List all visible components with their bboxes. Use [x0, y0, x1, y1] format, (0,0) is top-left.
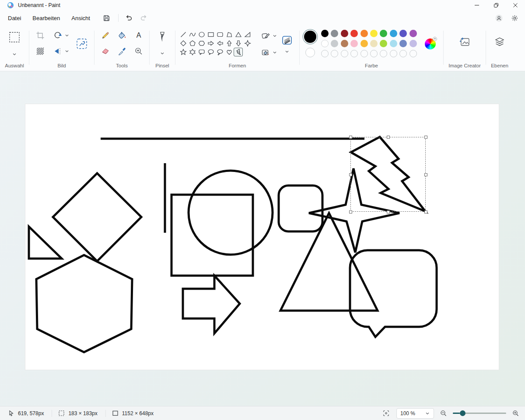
star-six-shape-icon[interactable]: [188, 48, 197, 56]
rounded-rectangle-shape-icon[interactable]: [215, 30, 224, 39]
shape-outline-chevron-icon[interactable]: [272, 33, 277, 38]
magnifier-tool-icon[interactable]: [134, 46, 144, 56]
palette-empty-slot[interactable]: [360, 50, 368, 57]
shape-outline-icon[interactable]: [261, 31, 270, 41]
fill-tool-icon[interactable]: [117, 31, 127, 40]
rotate-icon[interactable]: [53, 31, 63, 40]
palette-color[interactable]: [380, 30, 387, 37]
pentagon-shape-icon[interactable]: [188, 39, 197, 48]
palette-color[interactable]: [390, 30, 397, 37]
arrow-up-shape-icon[interactable]: [224, 39, 234, 48]
palette-color[interactable]: [350, 40, 358, 47]
palette-color[interactable]: [370, 30, 378, 37]
palette-color[interactable]: [360, 30, 368, 37]
palette-color[interactable]: [390, 40, 397, 47]
palette-empty-slot[interactable]: [390, 50, 397, 57]
palette-empty-slot[interactable]: [370, 50, 378, 57]
rectangle-shape-icon[interactable]: [206, 30, 215, 39]
remove-background-icon[interactable]: [35, 46, 45, 56]
restore-button[interactable]: [486, 0, 506, 10]
close-button[interactable]: [506, 0, 525, 10]
palette-color[interactable]: [399, 30, 407, 37]
settings-gear-icon[interactable]: [510, 14, 519, 22]
secondary-color-swatch[interactable]: [305, 48, 315, 57]
palette-color[interactable]: [350, 30, 358, 37]
stroke-size-icon[interactable]: [281, 34, 293, 46]
callout-rounded-shape-icon[interactable]: [197, 48, 206, 56]
lightning-shape-icon[interactable]: [234, 48, 243, 56]
rotate-chevron-icon[interactable]: [64, 33, 70, 38]
zoom-slider-thumb[interactable]: [460, 410, 466, 416]
triangle-shape-icon[interactable]: [234, 30, 243, 39]
selection-handle[interactable]: [424, 136, 427, 139]
palette-empty-slot[interactable]: [341, 50, 348, 57]
selection-dropdown-chevron-icon[interactable]: [12, 52, 17, 57]
text-tool-icon[interactable]: A: [134, 31, 144, 40]
undo-icon[interactable]: [125, 14, 133, 22]
menu-datei[interactable]: Datei: [4, 12, 25, 24]
selection-handle[interactable]: [349, 173, 352, 176]
selection-rectangle[interactable]: [350, 137, 426, 212]
drawing-canvas[interactable]: [25, 104, 499, 370]
menu-ansicht[interactable]: Ansicht: [67, 12, 94, 24]
brush-chevron-icon[interactable]: [160, 51, 165, 56]
right-triangle-shape-icon[interactable]: [243, 30, 252, 39]
hexagon-shape-icon[interactable]: [197, 39, 206, 48]
save-icon[interactable]: [102, 14, 111, 22]
palette-empty-slot[interactable]: [331, 50, 338, 57]
redo-icon[interactable]: [140, 14, 148, 22]
palette-color[interactable]: [399, 40, 407, 47]
crop-icon[interactable]: [35, 31, 45, 40]
palette-color[interactable]: [360, 40, 368, 47]
primary-color-swatch[interactable]: [304, 31, 316, 43]
palette-color[interactable]: [341, 30, 348, 37]
selection-handle[interactable]: [349, 210, 352, 214]
selection-handle[interactable]: [424, 173, 427, 176]
image-creator-icon[interactable]: [458, 36, 471, 48]
palette-empty-slot[interactable]: [399, 50, 407, 57]
account-icon[interactable]: [494, 14, 503, 22]
polygon-shape-icon[interactable]: [224, 30, 234, 39]
add-color-icon[interactable]: +: [433, 37, 437, 41]
eraser-tool-icon[interactable]: [101, 46, 110, 56]
palette-color[interactable]: [410, 40, 417, 47]
palette-color[interactable]: [331, 40, 338, 47]
flip-chevron-icon[interactable]: [64, 49, 70, 54]
zoom-in-icon[interactable]: [512, 410, 519, 416]
palette-color[interactable]: [321, 30, 329, 37]
resize-icon[interactable]: [76, 38, 88, 50]
minimize-button[interactable]: [467, 0, 486, 10]
arrow-right-shape-icon[interactable]: [206, 39, 215, 48]
palette-color[interactable]: [321, 40, 329, 47]
layers-icon[interactable]: [494, 36, 506, 48]
palette-color[interactable]: [410, 30, 417, 37]
star-four-shape-icon[interactable]: [243, 39, 252, 48]
selection-handle[interactable]: [387, 136, 390, 139]
palette-color[interactable]: [331, 30, 338, 37]
diamond-shape-icon[interactable]: [178, 39, 188, 48]
palette-color[interactable]: [341, 40, 348, 47]
line-shape-icon[interactable]: [178, 30, 188, 39]
palette-color[interactable]: [370, 40, 378, 47]
palette-empty-slot[interactable]: [321, 50, 329, 57]
arrow-left-shape-icon[interactable]: [215, 39, 224, 48]
brush-icon[interactable]: [156, 31, 168, 43]
shape-fill-icon[interactable]: [261, 48, 270, 57]
shape-fill-chevron-icon[interactable]: [272, 50, 277, 55]
curve-shape-icon[interactable]: [188, 30, 197, 39]
pencil-tool-icon[interactable]: [101, 31, 110, 40]
callout-oval-shape-icon[interactable]: [206, 48, 215, 56]
palette-empty-slot[interactable]: [410, 50, 417, 57]
zoom-slider[interactable]: [453, 413, 506, 414]
fit-to-screen-icon[interactable]: [383, 410, 390, 416]
heart-shape-icon[interactable]: [224, 48, 234, 56]
menu-bearbeiten[interactable]: Bearbeiten: [28, 12, 64, 24]
stroke-size-chevron-icon[interactable]: [284, 49, 290, 54]
selection-handle[interactable]: [349, 136, 352, 139]
oval-shape-icon[interactable]: [197, 30, 206, 39]
flip-icon[interactable]: [53, 46, 63, 56]
palette-empty-slot[interactable]: [380, 50, 387, 57]
palette-color[interactable]: [380, 40, 387, 47]
selection-handle[interactable]: [387, 210, 390, 214]
color-picker-tool-icon[interactable]: [117, 46, 127, 56]
